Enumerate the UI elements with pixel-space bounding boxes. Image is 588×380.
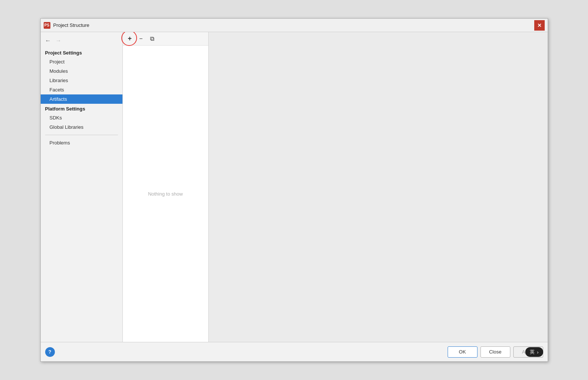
bottom-bar: ? OK Close Apply — [41, 342, 548, 361]
right-panel — [209, 32, 548, 342]
sidebar-divider — [45, 135, 118, 135]
sidebar-item-global-libraries[interactable]: Global Libraries — [41, 122, 122, 132]
bottom-left: ? — [45, 347, 55, 357]
sidebar-item-artifacts[interactable]: Artifacts — [41, 94, 122, 104]
sidebar-item-problems[interactable]: Problems — [41, 138, 122, 147]
center-empty-state: Nothing to show — [123, 46, 208, 342]
title-bar-left: PS Project Structure — [44, 22, 90, 29]
main-content: ← → Project Settings Project Modules Lib… — [41, 32, 548, 342]
close-button[interactable]: Close — [480, 346, 510, 358]
sidebar-item-modules[interactable]: Modules — [41, 66, 122, 76]
close-window-button[interactable]: ✕ — [534, 20, 545, 31]
project-structure-window: PS Project Structure ✕ ← → Project Setti… — [40, 18, 548, 362]
empty-text: Nothing to show — [148, 191, 183, 197]
add-btn-wrapper: + — [125, 34, 135, 44]
sidebar: ← → Project Settings Project Modules Lib… — [41, 32, 123, 342]
title-bar: PS Project Structure ✕ — [41, 19, 548, 32]
nav-back-row: ← → — [41, 35, 122, 48]
back-button[interactable]: ← — [44, 37, 53, 45]
window-title: Project Structure — [53, 22, 90, 28]
ime-arrow: › — [537, 349, 538, 355]
platform-settings-header: Platform Settings — [41, 104, 122, 113]
sidebar-item-project[interactable]: Project — [41, 57, 122, 66]
ok-button[interactable]: OK — [448, 346, 477, 358]
remove-artifact-button[interactable]: − — [136, 34, 146, 44]
center-panel: + − ⧉ Nothing to show — [123, 32, 209, 342]
sidebar-item-facets[interactable]: Facets — [41, 85, 122, 94]
ime-badge[interactable]: 英 › — [525, 347, 543, 357]
copy-artifact-button[interactable]: ⧉ — [147, 34, 157, 44]
help-button[interactable]: ? — [45, 347, 55, 357]
project-settings-header: Project Settings — [41, 48, 122, 57]
add-artifact-button[interactable]: + — [125, 34, 135, 44]
ime-text: 英 — [530, 349, 535, 355]
sidebar-item-sdks[interactable]: SDKs — [41, 113, 122, 122]
app-icon: PS — [44, 22, 50, 29]
sidebar-item-libraries[interactable]: Libraries — [41, 76, 122, 85]
center-toolbar: + − ⧉ — [123, 32, 208, 46]
forward-button[interactable]: → — [54, 37, 63, 45]
